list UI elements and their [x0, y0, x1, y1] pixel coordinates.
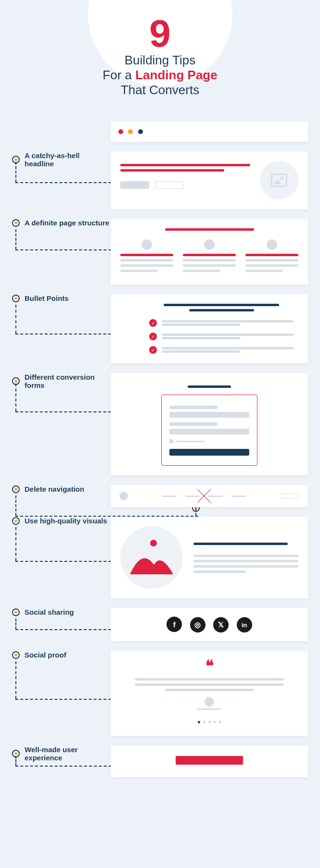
browser-window-bar	[111, 122, 308, 142]
connector-v	[195, 508, 196, 516]
connector-v	[15, 619, 16, 629]
placeholder-bar	[162, 334, 294, 336]
hero-line-1: Building Tips	[0, 53, 320, 68]
row-tip-3: Bullet Points ✓ ✓ ✓	[12, 294, 308, 363]
tip-1-card	[111, 151, 308, 209]
hero-line-2-highlight: Landing Page	[135, 68, 217, 82]
placeholder-bar	[183, 264, 236, 267]
image-icon	[271, 174, 287, 187]
pager-dot	[219, 721, 221, 723]
connector-h	[15, 561, 126, 562]
bullet-row: ✓	[149, 333, 294, 340]
connector-v	[15, 527, 16, 561]
connector-v	[15, 229, 16, 249]
tip-3-text: Bullet Points	[25, 294, 69, 302]
window-dot-max	[138, 129, 143, 134]
row-tip-1: A catchy-as-hell headline	[12, 151, 308, 209]
headline-bar	[120, 164, 250, 166]
placeholder-bar	[193, 570, 246, 573]
mountain-icon	[120, 526, 183, 589]
pager-dot-active	[198, 721, 200, 723]
input-placeholder	[169, 429, 249, 434]
linkedin-icon: in	[237, 617, 252, 632]
row-tip-4: Different conversion forms	[12, 373, 308, 475]
connector-v	[15, 756, 16, 766]
tips-list: A catchy-as-hell headline	[0, 117, 320, 777]
window-dot-close	[118, 129, 123, 134]
tip-6-label: Use high-quality visuals	[12, 517, 111, 528]
tip-5-label: Delete navigation	[12, 485, 111, 496]
title-bar	[188, 385, 231, 388]
bullet-icon	[12, 517, 20, 525]
placeholder-bar	[120, 264, 173, 267]
tip-6-card	[111, 517, 308, 598]
placeholder-bar	[245, 259, 298, 261]
check-icon: ✓	[149, 346, 157, 354]
bullet-icon	[12, 219, 20, 227]
column-placeholder	[120, 239, 173, 275]
row-tip-5: Delete navigation	[12, 485, 308, 507]
tip-3-card: ✓ ✓ ✓	[111, 294, 308, 363]
tip-2-card	[111, 219, 308, 285]
tip-7-text: Social sharing	[25, 608, 74, 616]
connector-v	[15, 305, 16, 334]
headline-bar	[120, 169, 224, 172]
pager-dot	[203, 721, 205, 723]
quote-icon: ❝	[135, 661, 284, 670]
tip-4-text: Different conversion forms	[25, 373, 111, 389]
placeholder-bar	[162, 320, 294, 322]
tip-6-text: Use high-quality visuals	[25, 517, 107, 525]
tip-8-text: Social proof	[25, 651, 66, 659]
nav-link-placeholder	[162, 496, 177, 497]
placeholder-bar	[183, 254, 236, 256]
bullet-icon	[12, 295, 20, 302]
row-tip-6: Use high-quality visuals	[12, 517, 308, 598]
placeholder-bar	[165, 689, 254, 691]
placeholder-bar	[193, 560, 298, 562]
row-tip-7: Social sharing f ◎ 𝕏 in	[12, 608, 308, 641]
hero-image-placeholder	[120, 526, 183, 589]
pager-dot	[208, 721, 211, 723]
twitter-icon: 𝕏	[213, 617, 229, 632]
checkbox-placeholder	[169, 439, 173, 443]
input-placeholder	[169, 412, 249, 418]
placeholder-bar	[245, 270, 282, 272]
title-bar	[193, 543, 288, 545]
placeholder-bar	[245, 264, 298, 267]
feature-icon-placeholder	[204, 239, 215, 250]
column-placeholder	[245, 239, 298, 275]
connector-h	[15, 249, 121, 250]
pager-dot	[214, 721, 216, 723]
check-icon: ✓	[149, 333, 157, 340]
instagram-icon: ◎	[190, 617, 205, 632]
image-placeholder-circle	[260, 161, 298, 199]
tip-1-label: A catchy-as-hell headline	[12, 151, 111, 171]
tip-4-label: Different conversion forms	[12, 373, 111, 392]
placeholder-bar	[176, 441, 205, 442]
nav-button-placeholder	[280, 493, 299, 499]
row-tip-2: A definite page structure	[12, 219, 308, 285]
section-heading-bar	[165, 228, 254, 231]
check-icon: ✓	[149, 319, 157, 327]
hero: 9 Building Tips For a Landing Page That …	[0, 0, 320, 117]
hero-line-3: That Converts	[0, 83, 320, 98]
input-placeholder	[169, 422, 218, 426]
title-bar	[164, 304, 279, 306]
tip-8-label: Social proof	[12, 651, 111, 662]
hero-number: 9	[0, 14, 320, 53]
tip-1-text: A catchy-as-hell headline	[25, 151, 111, 168]
row-window-bar	[12, 122, 308, 142]
tip-9-card	[111, 745, 308, 777]
connector-h	[15, 766, 116, 767]
bullet-row: ✓	[149, 319, 294, 327]
tip-7-label: Social sharing	[12, 608, 111, 619]
bullet-icon	[12, 651, 20, 659]
feature-icon-placeholder	[267, 239, 277, 250]
submit-button-placeholder	[169, 449, 249, 456]
placeholder-bar	[193, 565, 298, 568]
placeholder-bar	[162, 337, 241, 339]
hero-line-2: For a Landing Page	[0, 68, 320, 83]
tip-9-label: Well-made user experience	[12, 745, 111, 765]
tip-7-card: f ◎ 𝕏 in	[111, 608, 308, 641]
connector-v	[15, 162, 16, 182]
